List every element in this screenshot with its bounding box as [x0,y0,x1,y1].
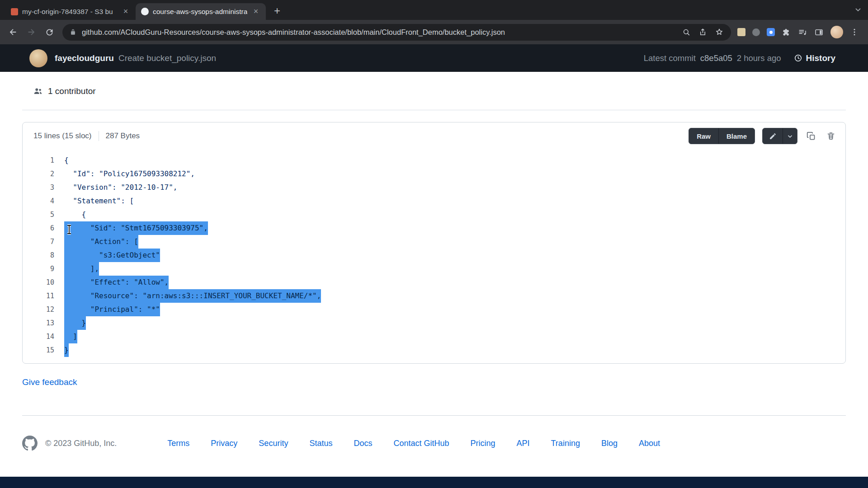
code-text: "Effect": "Allow", [64,276,169,289]
github-favicon-icon [141,8,149,15]
code-text: } [64,343,69,357]
footer-link-security[interactable]: Security [259,439,288,448]
commit-hash[interactable]: c8e5a05 [700,53,732,63]
footer-link-about[interactable]: About [639,439,660,448]
page-footer: © 2023 GitHub, Inc. TermsPrivacySecurity… [22,415,846,451]
browser-profile-avatar[interactable] [830,26,843,38]
commit-author-name[interactable]: fayecloudguru [55,53,114,63]
code-lines[interactable]: 1{2 "Id": "Policy1675093308212",3 "Versi… [23,150,845,363]
file-header: 15 lines (15 sloc) 287 Bytes Raw Blame [23,122,845,150]
pencil-icon [769,132,777,140]
copyright-text: © 2023 GitHub, Inc. [45,439,117,448]
new-tab-button[interactable]: + [270,5,284,18]
camera-extension-icon[interactable] [767,28,775,36]
tab-search-icon[interactable] [854,6,862,15]
edit-file-button[interactable] [763,128,783,144]
code-text: "Version": "2012-10-17", [64,181,177,194]
tab-s3-bucket[interactable]: my-cf-origin-7849387 - S3 bu × [5,3,136,20]
contributors-label[interactable]: 1 contributor [48,86,96,96]
browser-menu-icon[interactable] [850,28,859,37]
line-number[interactable]: 15 [23,343,54,357]
code-line: 3 "Version": "2012-10-17", [23,181,845,194]
footer-link-training[interactable]: Training [551,439,580,448]
footer-links: TermsPrivacySecurityStatusDocsContact Gi… [167,439,660,448]
file-viewer: 15 lines (15 sloc) 287 Bytes Raw Blame [22,122,846,364]
line-number[interactable]: 1 [23,154,54,167]
line-number[interactable]: 10 [23,276,54,289]
footer-link-terms[interactable]: Terms [167,439,189,448]
gray-extension-icon[interactable] [752,28,760,36]
copy-file-button[interactable] [805,130,817,142]
contributors-row: 1 contributor [22,72,846,110]
forward-button[interactable] [23,23,40,41]
line-number[interactable]: 13 [23,316,54,330]
line-number[interactable]: 14 [23,330,54,343]
line-number[interactable]: 8 [23,249,54,262]
line-number[interactable]: 3 [23,181,54,194]
raw-button[interactable]: Raw [689,128,718,144]
edit-button-group [762,128,797,144]
notes-extension-icon[interactable] [737,28,745,36]
address-bar[interactable]: github.com/ACloudGuru-Resources/course-a… [62,24,731,41]
footer-link-status[interactable]: Status [309,439,332,448]
contributors-icon [33,86,43,96]
latest-commit-bar: fayecloudguru Create bucket_policy.json … [0,44,868,72]
content-container: 1 contributor 15 lines (15 sloc) 287 Byt… [0,72,868,451]
line-number[interactable]: 4 [23,194,54,208]
line-number[interactable]: 12 [23,303,54,316]
footer-link-contact-github[interactable]: Contact GitHub [393,439,449,448]
share-icon[interactable] [698,28,707,37]
code-text: "Resource": "arn:aws:s3:::INSERT_YOUR_BU… [64,289,321,303]
back-button[interactable] [5,23,22,41]
zoom-icon[interactable] [682,28,691,37]
code-text: { [64,154,69,167]
copy-icon [807,131,816,141]
history-button[interactable]: History [794,53,835,63]
tab-close-icon[interactable]: × [121,7,130,16]
edit-dropdown-button[interactable] [783,128,797,144]
commit-time: 2 hours ago [737,53,781,63]
file-actions: Raw Blame [689,128,837,144]
refresh-button[interactable] [41,23,58,41]
browser-toolbar: github.com/ACloudGuru-Resources/course-a… [0,20,868,44]
give-feedback-link[interactable]: Give feedback [22,377,77,387]
file-size: 287 Bytes [106,131,140,141]
code-text: ] [64,330,77,343]
history-label: History [806,53,835,63]
tab-title: my-cf-origin-7849387 - S3 bu [22,8,117,16]
line-number[interactable]: 9 [23,262,54,276]
latest-commit-label: Latest commit [644,53,696,63]
code-line: 8 "s3:GetObject" [23,249,845,262]
code-text: "Id": "Policy1675093308212", [64,167,195,181]
footer-link-privacy[interactable]: Privacy [211,439,237,448]
commit-message[interactable]: Create bucket_policy.json [118,53,216,63]
extensions-puzzle-icon[interactable] [782,28,791,37]
line-number[interactable]: 7 [23,235,54,249]
bottom-bar [0,477,868,488]
code-line: 12 "Principal": "*" [23,303,845,316]
line-number[interactable]: 5 [23,208,54,221]
code-line: 4 "Statement": [ [23,194,845,208]
line-number[interactable]: 6 [23,221,54,235]
footer-link-blog[interactable]: Blog [601,439,618,448]
footer-link-docs[interactable]: Docs [354,439,372,448]
github-logo-icon[interactable] [22,436,38,451]
code-line: 9 ], [23,262,845,276]
line-number[interactable]: 2 [23,167,54,181]
delete-file-button[interactable] [825,130,837,142]
github-page: fayecloudguru Create bucket_policy.json … [0,44,868,477]
line-number[interactable]: 11 [23,289,54,303]
file-meta: 15 lines (15 sloc) 287 Bytes [33,131,140,141]
tab-close-icon[interactable]: × [251,7,260,16]
code-text: } [64,316,86,330]
commit-author-avatar[interactable] [29,49,47,67]
footer-link-pricing[interactable]: Pricing [471,439,495,448]
tab-title: course-aws-sysops-administra [153,8,247,16]
side-panel-icon[interactable] [814,28,824,37]
blame-button[interactable]: Blame [718,128,755,144]
footer-link-api[interactable]: API [517,439,530,448]
bookmark-star-icon[interactable] [715,28,724,37]
media-controls-icon[interactable] [798,28,807,37]
code-line: 1{ [23,154,845,167]
tab-github-repo[interactable]: course-aws-sysops-administra × [136,3,266,20]
